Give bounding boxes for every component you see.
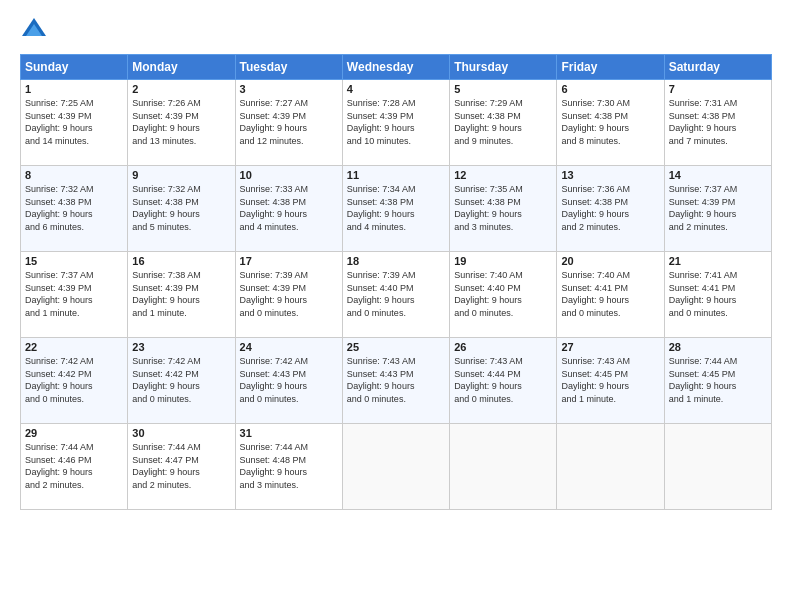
calendar-cell <box>557 424 664 510</box>
day-header-monday: Monday <box>128 55 235 80</box>
day-number: 20 <box>561 255 659 267</box>
day-number: 13 <box>561 169 659 181</box>
day-number: 2 <box>132 83 230 95</box>
calendar-cell: 17Sunrise: 7:39 AM Sunset: 4:39 PM Dayli… <box>235 252 342 338</box>
cell-info: Sunrise: 7:40 AM Sunset: 4:41 PM Dayligh… <box>561 269 659 319</box>
calendar-cell: 20Sunrise: 7:40 AM Sunset: 4:41 PM Dayli… <box>557 252 664 338</box>
cell-info: Sunrise: 7:32 AM Sunset: 4:38 PM Dayligh… <box>25 183 123 233</box>
cell-info: Sunrise: 7:42 AM Sunset: 4:42 PM Dayligh… <box>25 355 123 405</box>
day-number: 31 <box>240 427 338 439</box>
logo <box>20 16 52 44</box>
day-number: 9 <box>132 169 230 181</box>
cell-info: Sunrise: 7:44 AM Sunset: 4:48 PM Dayligh… <box>240 441 338 491</box>
cell-info: Sunrise: 7:26 AM Sunset: 4:39 PM Dayligh… <box>132 97 230 147</box>
calendar-week-5: 29Sunrise: 7:44 AM Sunset: 4:46 PM Dayli… <box>21 424 772 510</box>
calendar-cell: 16Sunrise: 7:38 AM Sunset: 4:39 PM Dayli… <box>128 252 235 338</box>
day-number: 5 <box>454 83 552 95</box>
cell-info: Sunrise: 7:42 AM Sunset: 4:43 PM Dayligh… <box>240 355 338 405</box>
cell-info: Sunrise: 7:37 AM Sunset: 4:39 PM Dayligh… <box>669 183 767 233</box>
calendar-cell: 22Sunrise: 7:42 AM Sunset: 4:42 PM Dayli… <box>21 338 128 424</box>
calendar-week-3: 15Sunrise: 7:37 AM Sunset: 4:39 PM Dayli… <box>21 252 772 338</box>
cell-info: Sunrise: 7:43 AM Sunset: 4:43 PM Dayligh… <box>347 355 445 405</box>
calendar-week-1: 1Sunrise: 7:25 AM Sunset: 4:39 PM Daylig… <box>21 80 772 166</box>
day-number: 16 <box>132 255 230 267</box>
calendar-cell: 5Sunrise: 7:29 AM Sunset: 4:38 PM Daylig… <box>450 80 557 166</box>
calendar-cell: 7Sunrise: 7:31 AM Sunset: 4:38 PM Daylig… <box>664 80 771 166</box>
day-number: 22 <box>25 341 123 353</box>
calendar-cell: 9Sunrise: 7:32 AM Sunset: 4:38 PM Daylig… <box>128 166 235 252</box>
calendar-cell: 25Sunrise: 7:43 AM Sunset: 4:43 PM Dayli… <box>342 338 449 424</box>
calendar-cell: 28Sunrise: 7:44 AM Sunset: 4:45 PM Dayli… <box>664 338 771 424</box>
cell-info: Sunrise: 7:27 AM Sunset: 4:39 PM Dayligh… <box>240 97 338 147</box>
calendar-cell: 29Sunrise: 7:44 AM Sunset: 4:46 PM Dayli… <box>21 424 128 510</box>
day-header-wednesday: Wednesday <box>342 55 449 80</box>
calendar-cell: 1Sunrise: 7:25 AM Sunset: 4:39 PM Daylig… <box>21 80 128 166</box>
day-number: 14 <box>669 169 767 181</box>
cell-info: Sunrise: 7:43 AM Sunset: 4:45 PM Dayligh… <box>561 355 659 405</box>
cell-info: Sunrise: 7:38 AM Sunset: 4:39 PM Dayligh… <box>132 269 230 319</box>
day-number: 15 <box>25 255 123 267</box>
calendar-cell <box>342 424 449 510</box>
day-number: 23 <box>132 341 230 353</box>
day-number: 4 <box>347 83 445 95</box>
calendar-cell: 11Sunrise: 7:34 AM Sunset: 4:38 PM Dayli… <box>342 166 449 252</box>
day-number: 17 <box>240 255 338 267</box>
day-number: 29 <box>25 427 123 439</box>
calendar-cell <box>450 424 557 510</box>
cell-info: Sunrise: 7:29 AM Sunset: 4:38 PM Dayligh… <box>454 97 552 147</box>
day-number: 7 <box>669 83 767 95</box>
cell-info: Sunrise: 7:35 AM Sunset: 4:38 PM Dayligh… <box>454 183 552 233</box>
calendar-cell: 12Sunrise: 7:35 AM Sunset: 4:38 PM Dayli… <box>450 166 557 252</box>
page: SundayMondayTuesdayWednesdayThursdayFrid… <box>0 0 792 612</box>
day-number: 24 <box>240 341 338 353</box>
day-number: 6 <box>561 83 659 95</box>
cell-info: Sunrise: 7:32 AM Sunset: 4:38 PM Dayligh… <box>132 183 230 233</box>
day-number: 25 <box>347 341 445 353</box>
day-number: 26 <box>454 341 552 353</box>
cell-info: Sunrise: 7:30 AM Sunset: 4:38 PM Dayligh… <box>561 97 659 147</box>
day-header-thursday: Thursday <box>450 55 557 80</box>
day-number: 30 <box>132 427 230 439</box>
calendar-cell: 2Sunrise: 7:26 AM Sunset: 4:39 PM Daylig… <box>128 80 235 166</box>
cell-info: Sunrise: 7:42 AM Sunset: 4:42 PM Dayligh… <box>132 355 230 405</box>
calendar-header-row: SundayMondayTuesdayWednesdayThursdayFrid… <box>21 55 772 80</box>
day-header-sunday: Sunday <box>21 55 128 80</box>
cell-info: Sunrise: 7:34 AM Sunset: 4:38 PM Dayligh… <box>347 183 445 233</box>
calendar-week-2: 8Sunrise: 7:32 AM Sunset: 4:38 PM Daylig… <box>21 166 772 252</box>
day-number: 18 <box>347 255 445 267</box>
cell-info: Sunrise: 7:36 AM Sunset: 4:38 PM Dayligh… <box>561 183 659 233</box>
day-number: 10 <box>240 169 338 181</box>
calendar-cell: 31Sunrise: 7:44 AM Sunset: 4:48 PM Dayli… <box>235 424 342 510</box>
day-number: 19 <box>454 255 552 267</box>
calendar-cell: 24Sunrise: 7:42 AM Sunset: 4:43 PM Dayli… <box>235 338 342 424</box>
calendar-cell: 19Sunrise: 7:40 AM Sunset: 4:40 PM Dayli… <box>450 252 557 338</box>
cell-info: Sunrise: 7:28 AM Sunset: 4:39 PM Dayligh… <box>347 97 445 147</box>
calendar-cell: 3Sunrise: 7:27 AM Sunset: 4:39 PM Daylig… <box>235 80 342 166</box>
calendar-cell: 14Sunrise: 7:37 AM Sunset: 4:39 PM Dayli… <box>664 166 771 252</box>
day-number: 12 <box>454 169 552 181</box>
calendar-cell: 8Sunrise: 7:32 AM Sunset: 4:38 PM Daylig… <box>21 166 128 252</box>
calendar-cell <box>664 424 771 510</box>
day-header-tuesday: Tuesday <box>235 55 342 80</box>
calendar-cell: 13Sunrise: 7:36 AM Sunset: 4:38 PM Dayli… <box>557 166 664 252</box>
calendar-cell: 4Sunrise: 7:28 AM Sunset: 4:39 PM Daylig… <box>342 80 449 166</box>
calendar-week-4: 22Sunrise: 7:42 AM Sunset: 4:42 PM Dayli… <box>21 338 772 424</box>
day-number: 27 <box>561 341 659 353</box>
day-number: 11 <box>347 169 445 181</box>
logo-icon <box>20 16 48 44</box>
calendar-cell: 27Sunrise: 7:43 AM Sunset: 4:45 PM Dayli… <box>557 338 664 424</box>
calendar-cell: 6Sunrise: 7:30 AM Sunset: 4:38 PM Daylig… <box>557 80 664 166</box>
header <box>20 16 772 44</box>
cell-info: Sunrise: 7:44 AM Sunset: 4:46 PM Dayligh… <box>25 441 123 491</box>
day-header-friday: Friday <box>557 55 664 80</box>
cell-info: Sunrise: 7:44 AM Sunset: 4:45 PM Dayligh… <box>669 355 767 405</box>
calendar-cell: 15Sunrise: 7:37 AM Sunset: 4:39 PM Dayli… <box>21 252 128 338</box>
day-number: 1 <box>25 83 123 95</box>
cell-info: Sunrise: 7:31 AM Sunset: 4:38 PM Dayligh… <box>669 97 767 147</box>
calendar-cell: 26Sunrise: 7:43 AM Sunset: 4:44 PM Dayli… <box>450 338 557 424</box>
calendar-cell: 18Sunrise: 7:39 AM Sunset: 4:40 PM Dayli… <box>342 252 449 338</box>
calendar-cell: 21Sunrise: 7:41 AM Sunset: 4:41 PM Dayli… <box>664 252 771 338</box>
cell-info: Sunrise: 7:41 AM Sunset: 4:41 PM Dayligh… <box>669 269 767 319</box>
cell-info: Sunrise: 7:40 AM Sunset: 4:40 PM Dayligh… <box>454 269 552 319</box>
day-number: 28 <box>669 341 767 353</box>
